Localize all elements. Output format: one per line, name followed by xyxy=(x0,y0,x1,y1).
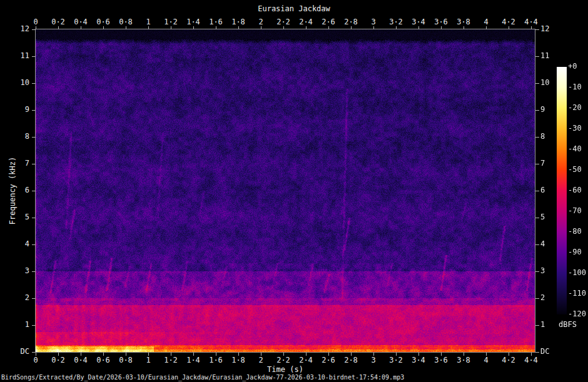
y-tick-label-right: 4 xyxy=(540,239,545,248)
y-tick-mark-left xyxy=(32,244,36,245)
x-tick-label-top: 1·2 xyxy=(164,18,178,26)
x-tick-label-top: 0·6 xyxy=(96,18,110,26)
y-tick-label-left: 3 xyxy=(1,266,29,275)
colorbar-tick-label: -50 xyxy=(568,165,582,174)
x-tick-label-top: 3 xyxy=(371,18,375,26)
x-tick-mark-top xyxy=(531,26,532,29)
x-tick-label-top: 2·4 xyxy=(299,18,313,26)
colorbar-tick-label: -40 xyxy=(568,144,582,153)
x-tick-mark-top xyxy=(441,26,442,29)
x-tick-mark-top xyxy=(396,26,397,29)
colorbar-tick-label: -90 xyxy=(568,248,582,256)
x-tick-label-bottom: 2 xyxy=(258,356,263,364)
x-tick-label-bottom: 4 xyxy=(484,356,488,364)
colorbar-unit-label: dBFS xyxy=(559,320,577,329)
x-tick-mark-top xyxy=(486,26,487,29)
x-tick-label-top: 2·2 xyxy=(276,18,290,26)
y-tick-mark-right xyxy=(535,110,539,111)
y-tick-mark-left xyxy=(32,352,36,353)
x-tick-label-bottom: 0·2 xyxy=(51,356,65,364)
y-tick-label-right: 5 xyxy=(540,213,545,221)
y-tick-mark-left xyxy=(32,56,36,57)
x-tick-label-top: 4·4 xyxy=(524,18,538,26)
y-tick-label-left: 4 xyxy=(1,239,29,248)
y-tick-label-right: 11 xyxy=(540,51,549,60)
x-tick-label-bottom: 2·6 xyxy=(322,356,335,364)
x-tick-label-top: 3·6 xyxy=(434,18,448,26)
x-tick-label-top: 1·8 xyxy=(231,18,245,26)
y-tick-mark-right xyxy=(535,83,539,84)
x-tick-label-bottom: 3·4 xyxy=(412,356,425,364)
x-tick-label-bottom: 1·4 xyxy=(186,356,200,364)
y-tick-mark-right xyxy=(535,29,539,30)
x-tick-mark-top xyxy=(126,26,126,29)
x-tick-mark-top xyxy=(509,26,509,29)
y-tick-mark-right xyxy=(535,271,539,272)
x-tick-mark-top xyxy=(36,26,36,29)
y-tick-label-left: 9 xyxy=(1,105,29,114)
x-tick-label-bottom: 0 xyxy=(33,356,38,364)
colorbar-tick-label: -120 xyxy=(568,309,586,318)
y-tick-label-right: 9 xyxy=(540,105,545,114)
y-tick-mark-right xyxy=(535,56,539,57)
x-tick-label-top: 3·8 xyxy=(457,18,470,26)
y-tick-mark-right xyxy=(535,298,539,299)
y-tick-mark-left xyxy=(32,271,36,272)
x-tick-label-top: 0 xyxy=(33,18,38,26)
x-tick-label-bottom: 2·4 xyxy=(299,356,313,364)
plot-title: Eurasian Jackdaw xyxy=(0,4,588,13)
x-tick-label-top: 0·2 xyxy=(51,18,65,26)
y-tick-label-right: 8 xyxy=(540,132,545,141)
colorbar-tick-label: +0 xyxy=(568,62,577,71)
y-tick-label-right: 1 xyxy=(540,320,545,329)
x-tick-label-bottom: 1 xyxy=(146,356,150,364)
y-tick-label-left: 2 xyxy=(1,293,29,302)
y-tick-mark-left xyxy=(32,29,36,30)
x-tick-label-top: 4·2 xyxy=(502,18,515,26)
y-tick-mark-left xyxy=(32,191,36,191)
x-tick-label-bottom: 0·4 xyxy=(74,356,88,364)
x-tick-label-bottom: 4·2 xyxy=(502,356,515,364)
y-tick-mark-right xyxy=(535,352,539,353)
x-tick-mark-top xyxy=(351,26,352,29)
y-tick-label-right: 10 xyxy=(540,78,549,87)
y-tick-mark-right xyxy=(535,244,539,245)
x-tick-label-bottom: 3 xyxy=(371,356,375,364)
x-tick-label-bottom: 3·6 xyxy=(434,356,448,364)
y-tick-label-left: 10 xyxy=(1,78,29,87)
x-tick-mark-top xyxy=(261,26,261,29)
y-axis-label: Frequency (kHz) xyxy=(8,141,17,241)
y-tick-mark-right xyxy=(535,164,539,164)
x-tick-label-bottom: 3·8 xyxy=(457,356,470,364)
x-tick-label-top: 3·2 xyxy=(389,18,403,26)
y-tick-label-left: 8 xyxy=(1,132,29,141)
y-tick-mark-right xyxy=(535,137,539,138)
y-tick-mark-left xyxy=(32,298,36,299)
x-tick-label-bottom: 3·2 xyxy=(389,356,403,364)
x-tick-mark-top xyxy=(306,26,307,29)
x-tick-label-top: 3·4 xyxy=(412,18,425,26)
x-tick-mark-top xyxy=(238,26,239,29)
x-tick-mark-top xyxy=(216,26,216,29)
colorbar-tick-label: -110 xyxy=(568,289,586,298)
plot-area xyxy=(36,29,535,352)
colorbar-tick-label: -80 xyxy=(568,227,582,236)
spectrogram-window: Eurasian Jackdaw 000·20·20·40·40·60·60·8… xyxy=(0,0,588,382)
colorbar-tick-label: -70 xyxy=(568,206,582,215)
x-tick-mark-top xyxy=(103,26,104,29)
x-tick-mark-top xyxy=(193,26,194,29)
colorbar-tick-label: -60 xyxy=(568,186,582,194)
x-axis-label: Time (s) xyxy=(36,365,535,374)
y-tick-mark-left xyxy=(32,325,36,326)
x-tick-label-bottom: 4·4 xyxy=(524,356,538,364)
y-tick-label-right: 2 xyxy=(540,293,545,302)
x-tick-label-top: 2 xyxy=(258,18,263,26)
colorbar-tick-label: -100 xyxy=(568,268,586,277)
x-tick-label-bottom: 0·8 xyxy=(119,356,133,364)
y-tick-mark-left xyxy=(32,164,36,164)
x-tick-label-top: 1·4 xyxy=(186,18,200,26)
x-tick-mark-top xyxy=(81,26,81,29)
x-tick-mark-top xyxy=(328,26,329,29)
x-tick-label-top: 2·8 xyxy=(344,18,358,26)
x-tick-label-top: 1·6 xyxy=(209,18,223,26)
